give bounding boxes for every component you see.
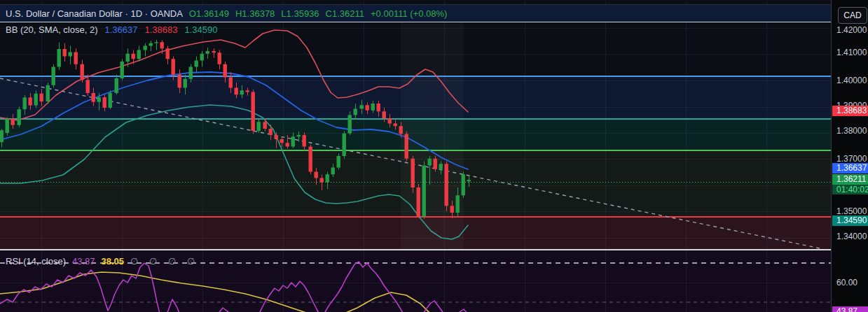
axis-price-label: 1.34000: [836, 232, 867, 241]
candle-up: [337, 156, 340, 168]
candle-up: [206, 51, 209, 54]
candle-down: [252, 92, 255, 132]
candle-up: [18, 109, 21, 125]
candle-up: [326, 174, 329, 182]
candle-up: [46, 85, 50, 101]
candle-down: [246, 90, 249, 92]
bb-lower-badge: 1.34590: [832, 215, 868, 226]
candle-down: [445, 164, 448, 206]
candle-up: [331, 168, 335, 175]
axis-price-label: 1.41000: [836, 48, 867, 57]
candle-down: [280, 139, 284, 143]
currency-toggle-button[interactable]: CAD: [838, 7, 867, 24]
bb-indicator-name[interactable]: BB (20, SMA, close, 2): [6, 24, 98, 35]
candle-down: [286, 143, 289, 146]
axis-price-label: 1.42000: [836, 25, 867, 35]
ohlc-open: O1.36149: [189, 8, 229, 19]
candle-up: [69, 52, 72, 57]
candle-down: [383, 111, 386, 118]
candle-down: [166, 48, 170, 59]
candle-down: [86, 80, 90, 93]
candle-up: [360, 105, 364, 108]
rsi-ma-value: 38.05: [102, 256, 125, 267]
rsi-indicator-name[interactable]: RSI (14, close): [6, 256, 66, 267]
candle-down: [394, 124, 397, 127]
candle-up: [184, 79, 187, 88]
candle-down: [411, 159, 415, 187]
rsi-value: 43.87: [72, 256, 95, 267]
axis-price-label: 1.35000: [836, 206, 867, 216]
bb-upper-value: 1.38683: [145, 24, 178, 35]
candle-up: [428, 159, 432, 166]
candle-down: [81, 64, 84, 80]
candle-down: [63, 49, 67, 57]
candle-up: [354, 109, 357, 115]
candle-down: [11, 119, 15, 125]
candle-up: [115, 78, 118, 93]
rsi-value-badge: 43.87: [832, 306, 868, 312]
ohlc-high: H1.36378: [235, 8, 275, 19]
candle-up: [422, 166, 426, 217]
candle-down: [269, 129, 273, 135]
candle-up: [456, 195, 460, 213]
trading-chart-window: U.S. Dollar / Canadian Dollar · 1D · OAN…: [0, 0, 868, 312]
candle-down: [29, 97, 32, 105]
candle-down: [263, 122, 267, 129]
candle-down: [275, 135, 278, 139]
candle-down: [160, 42, 164, 48]
candle-down: [212, 51, 216, 52]
candle-up: [257, 122, 261, 131]
candle-up: [348, 115, 352, 134]
ohlc-low: L1.35936: [281, 8, 319, 19]
candle-down: [434, 159, 437, 169]
candle-down: [399, 126, 403, 134]
candle-up: [137, 50, 141, 59]
symbol-title[interactable]: U.S. Dollar / Canadian Dollar · 1D · OAN…: [6, 8, 183, 19]
candle-up: [439, 164, 443, 169]
candle-down: [320, 178, 324, 183]
candle-down: [178, 75, 181, 88]
candle-up: [0, 130, 4, 142]
candle-up: [195, 61, 198, 67]
candle-up: [467, 180, 471, 181]
candle-down: [303, 135, 306, 147]
candle-down: [417, 187, 420, 216]
candle-up: [371, 104, 375, 111]
highlight-column: [401, 23, 464, 249]
candle-up: [52, 67, 55, 85]
rsi-disabled-plots: ∅ ∅ ∅ ∅: [130, 256, 199, 267]
symbol-legend-row[interactable]: U.S. Dollar / Canadian Dollar · 1D · OAN…: [0, 4, 831, 22]
candle-up: [109, 93, 112, 108]
candle-up: [297, 135, 301, 136]
bar-countdown-badge: 01:40:02: [832, 185, 868, 194]
price-axis[interactable]: 1.420001.410001.400001.390001.380001.370…: [831, 0, 868, 312]
candle-up: [240, 90, 244, 94]
candle-up: [126, 54, 130, 62]
candle-up: [343, 134, 346, 156]
candle-down: [366, 105, 369, 111]
axis-price-label: 1.40000: [836, 76, 867, 85]
candle-down: [92, 93, 95, 102]
candle-up: [462, 174, 465, 195]
candle-down: [405, 134, 408, 159]
candle-down: [223, 64, 227, 78]
candle-up: [57, 49, 61, 67]
candle-up: [144, 46, 147, 50]
bb-indicator-legend[interactable]: BB (20, SMA, close, 2) 1.36637 1.38683 1…: [6, 24, 218, 35]
candle-up: [97, 97, 101, 102]
bb-lower-value: 1.34590: [185, 24, 218, 35]
ohlc-close: C1.36211: [326, 8, 364, 19]
rsi-indicator-legend[interactable]: RSI (14, close) 43.87 38.05 ∅ ∅ ∅ ∅: [6, 256, 199, 267]
candle-down: [315, 172, 318, 178]
axis-price-label: 1.38000: [836, 126, 867, 136]
candle-down: [172, 59, 175, 75]
candle-down: [40, 94, 43, 101]
candle-up: [149, 43, 153, 46]
candle-down: [229, 78, 233, 88]
candle-down: [377, 104, 380, 111]
axis-price-label: 60.00: [836, 278, 857, 288]
candle-up: [34, 94, 38, 106]
bb-basis-badge: 1.36637: [832, 163, 868, 173]
candle-up: [23, 97, 27, 109]
candle-up: [120, 62, 124, 78]
